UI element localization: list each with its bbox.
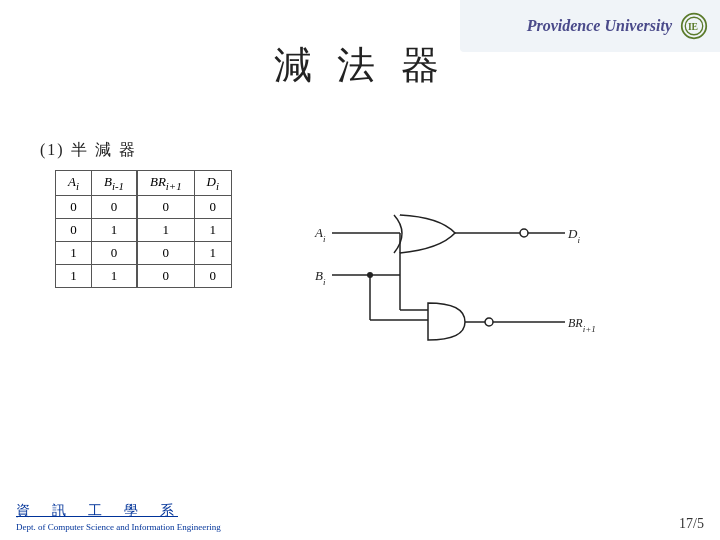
university-name: Providence University: [527, 17, 672, 35]
col-header-br: BRi+1: [137, 171, 194, 196]
footer-english: Dept. of Computer Science and Informatio…: [16, 522, 221, 532]
logic-circuit: Ai Bi Di: [310, 175, 680, 379]
table-row: 1 1 0 0: [56, 264, 232, 287]
table-row: 1 0 0 1: [56, 241, 232, 264]
input-b-label: Bi: [315, 268, 326, 287]
university-logo: IE: [680, 12, 708, 40]
output-br-label: BRi+1: [568, 316, 596, 334]
svg-point-9: [520, 229, 528, 237]
col-header-di: Di: [194, 171, 231, 196]
footer-chinese: 資 訊 工 學 系: [16, 502, 221, 520]
table-row: 0 1 1 1: [56, 218, 232, 241]
svg-text:IE: IE: [688, 21, 698, 32]
footer: 資 訊 工 學 系 Dept. of Computer Science and …: [16, 502, 221, 532]
col-header-bi: Bi-1: [91, 171, 136, 196]
output-d-label: Di: [567, 226, 580, 245]
svg-point-14: [485, 318, 493, 326]
col-header-ai: Ai: [56, 171, 92, 196]
page-title: 減 法 器: [0, 40, 720, 91]
table-row: 0 0 0 0: [56, 195, 232, 218]
input-a-label: Ai: [314, 225, 326, 244]
truth-table: Ai Bi-1 BRi+1 Di 0 0 0 0 0 1 1 1 1 0: [55, 170, 232, 288]
truth-table-container: Ai Bi-1 BRi+1 Di 0 0 0 0 0 1 1 1 1 0: [55, 170, 232, 288]
circuit-diagram: Ai Bi Di: [310, 175, 680, 375]
section-label: (1) 半 減 器: [40, 140, 137, 161]
page-number: 17/5: [679, 516, 704, 532]
